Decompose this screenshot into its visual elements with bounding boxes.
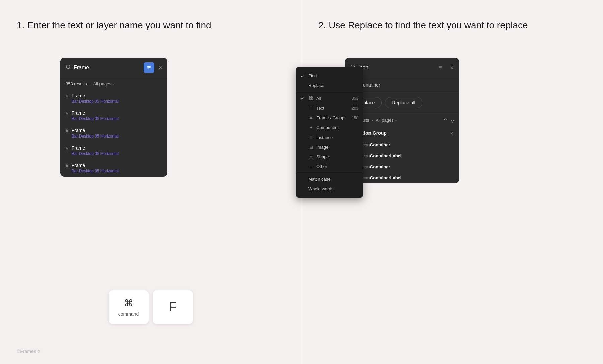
- find-menu-item[interactable]: ✓ Find: [296, 71, 363, 81]
- shape-icon: △: [308, 154, 314, 159]
- frame-icon: #: [308, 115, 314, 120]
- keyboard-shortcut: ⌘ command F: [109, 290, 193, 324]
- layer-name: iconContainerLabel: [362, 175, 401, 180]
- pages-dropdown-right[interactable]: All pages: [376, 118, 397, 123]
- search-icon: [66, 64, 71, 71]
- result-item[interactable]: # Frame Bar Desktop 05 Horizontal: [60, 124, 168, 142]
- match-case-item[interactable]: Match case: [296, 174, 363, 184]
- replace-all-button[interactable]: Replace all: [385, 97, 422, 108]
- frame-icon: #: [66, 128, 68, 134]
- layer-name: iconContainer: [362, 142, 390, 147]
- frame-icon: #: [66, 94, 68, 99]
- result-list: # Frame Bar Desktop 05 Horizontal # Fram…: [60, 90, 168, 177]
- left-panel: 1. Enter the text or layer name you want…: [0, 0, 302, 364]
- command-symbol: ⌘: [124, 298, 133, 309]
- svg-rect-6: [311, 96, 313, 98]
- filter-frame-group[interactable]: # Frame / Group 150: [296, 113, 363, 123]
- svg-point-0: [66, 65, 70, 69]
- filter-button[interactable]: [144, 62, 154, 73]
- search-header: Frame ×: [60, 58, 168, 78]
- filter-all[interactable]: ✓ All 353: [296, 93, 363, 103]
- command-label: command: [118, 311, 139, 317]
- close-button-right[interactable]: ×: [450, 64, 454, 71]
- result-item[interactable]: # Frame Bar Desktop 05 Horizontal: [60, 159, 168, 177]
- options-section: Match case Whole words: [296, 173, 363, 195]
- text-icon: T: [308, 106, 314, 111]
- filter-other[interactable]: ··· Other: [296, 162, 363, 171]
- section-count: 4: [451, 131, 454, 136]
- whole-words-item[interactable]: Whole words: [296, 184, 363, 194]
- filter-dropdown: ✓ Find Replace ✓ All: [296, 67, 363, 198]
- result-item[interactable]: # Frame Bar Desktop 05 Horizontal: [60, 107, 168, 124]
- search-text-left: Frame: [74, 65, 141, 71]
- frame-icon: #: [66, 111, 68, 116]
- svg-rect-5: [309, 96, 311, 98]
- step2-title: 2. Use Replace to find the text you want…: [318, 20, 603, 31]
- check-icon: ✓: [301, 74, 306, 78]
- next-arrow[interactable]: ^: [451, 117, 454, 124]
- close-button-left[interactable]: ×: [158, 64, 162, 71]
- layer-name: iconContainer: [362, 164, 390, 169]
- filter-text[interactable]: T Text 203: [296, 103, 363, 113]
- svg-point-4: [150, 67, 150, 68]
- pages-dropdown-left[interactable]: All pages: [93, 81, 115, 86]
- prev-arrow[interactable]: ^: [444, 117, 447, 124]
- frame-icon: #: [66, 163, 68, 169]
- check-icon: ✓: [301, 96, 306, 101]
- brand-footer: ©Frames X: [17, 349, 41, 354]
- other-icon: ···: [308, 164, 314, 169]
- section-name: Button Group: [356, 130, 449, 136]
- results-count-left: 353 results: [66, 81, 87, 86]
- separator: ·: [88, 81, 92, 86]
- instance-icon: ◇: [308, 135, 314, 140]
- type-filter-section: ✓ All 353 T Text 203: [296, 92, 363, 173]
- find-replace-section: ✓ Find Replace: [296, 70, 363, 92]
- component-icon: ✦: [308, 125, 314, 130]
- svg-point-13: [441, 67, 442, 68]
- step1-title: 1. Enter the text or layer name you want…: [17, 20, 301, 31]
- result-item[interactable]: # Frame Bar Desktop 05 Horizontal: [60, 142, 168, 159]
- svg-rect-8: [311, 98, 313, 100]
- filter-image[interactable]: ⊟ Image: [296, 142, 363, 152]
- svg-rect-7: [309, 98, 311, 100]
- filter-button-right[interactable]: [435, 62, 446, 73]
- results-bar-left: 353 results · All pages: [60, 78, 168, 90]
- f-key: F: [153, 290, 193, 324]
- replace-destination-label: Container: [360, 82, 454, 88]
- search-panel-left: Frame × 353 results · All pages: [60, 58, 168, 177]
- layer-name: iconContainerLabel: [362, 153, 401, 158]
- result-item[interactable]: # Frame Bar Desktop 05 Horizontal: [60, 90, 168, 107]
- image-icon: ⊟: [308, 145, 314, 150]
- f-letter: F: [169, 300, 177, 314]
- filter-shape[interactable]: △ Shape: [296, 152, 363, 162]
- command-key: ⌘ command: [109, 290, 149, 324]
- all-icon: [308, 96, 314, 101]
- nav-arrows: ^ ^: [444, 117, 454, 124]
- filter-instance[interactable]: ◇ Instance: [296, 132, 363, 142]
- search-text-right: Icon: [358, 65, 432, 71]
- filter-component[interactable]: ✦ Component: [296, 123, 363, 132]
- frame-icon: #: [66, 146, 68, 151]
- replace-menu-item[interactable]: Replace: [296, 81, 363, 90]
